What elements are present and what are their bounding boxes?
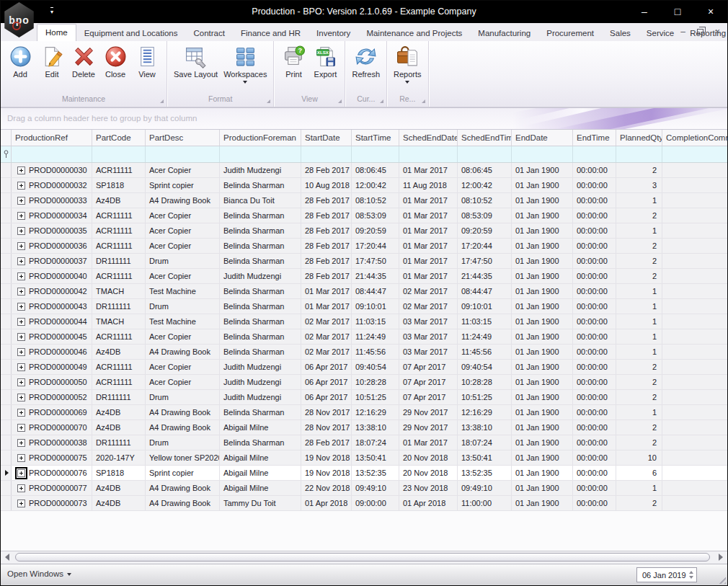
- tab-maintenance-and-projects[interactable]: Maintenance and Projects: [358, 25, 470, 41]
- scrollbar-thumb[interactable]: [15, 553, 710, 561]
- date-editor[interactable]: 06 Jan 2019: [636, 567, 697, 582]
- column-header-enddate[interactable]: EndDate: [512, 130, 573, 146]
- group-dialog-launcher-icon[interactable]: [338, 99, 342, 103]
- tab-equipment-and-locations[interactable]: Equipment and Locations: [76, 25, 186, 41]
- table-row-PROD00000069[interactable]: PROD00000069Az4DBA4 Drawing BookBelinda …: [1, 405, 727, 420]
- tab-contract[interactable]: Contract: [185, 25, 232, 41]
- expand-row-button[interactable]: [17, 394, 25, 401]
- expand-row-button[interactable]: [17, 348, 25, 356]
- mdi-close-button[interactable]: ×: [715, 27, 720, 36]
- close-button[interactable]: ×: [694, 1, 727, 23]
- mdi-minimize-button[interactable]: –: [680, 27, 685, 36]
- mdi-restore-button[interactable]: [697, 29, 703, 35]
- table-row-PROD00000075[interactable]: PROD000000752020-147YYellow toner SP2020…: [1, 450, 727, 466]
- expand-row-button[interactable]: [17, 318, 25, 326]
- ribbon-button-export[interactable]: XLSXExport: [309, 43, 341, 79]
- expand-row-button[interactable]: [17, 288, 25, 296]
- filter-cell-productionref[interactable]: [12, 146, 92, 162]
- column-header-schedendtime[interactable]: SchedEndTime: [458, 130, 512, 146]
- expand-row-button[interactable]: [17, 303, 25, 311]
- filter-cell-schedendtime[interactable]: [458, 146, 512, 162]
- group-dialog-launcher-icon[interactable]: [380, 99, 383, 103]
- ribbon-button-reports[interactable]: Reports: [391, 43, 425, 84]
- column-header-productionforeman[interactable]: ProductionForeman: [220, 130, 301, 146]
- filter-cell-partdesc[interactable]: [146, 146, 220, 162]
- ribbon-button-view[interactable]: View: [131, 43, 163, 79]
- column-header-startdate[interactable]: StartDate: [301, 130, 352, 146]
- column-header-endtime[interactable]: EndTime: [573, 130, 616, 146]
- expand-row-button[interactable]: [17, 333, 25, 341]
- table-row-PROD00000030[interactable]: PROD00000030ACR11111Acer CopierJudith Mu…: [1, 163, 727, 178]
- group-dialog-launcher-icon[interactable]: [267, 99, 270, 103]
- expand-row-button[interactable]: [17, 500, 25, 507]
- ribbon-button-refresh[interactable]: Refresh: [349, 43, 383, 79]
- column-header-partdesc[interactable]: PartDesc: [146, 130, 220, 146]
- expand-row-button[interactable]: [17, 242, 25, 250]
- table-row-PROD00000034[interactable]: PROD00000034ACR11111Acer CopierBelinda S…: [1, 208, 727, 223]
- expand-row-button[interactable]: [17, 439, 25, 447]
- column-header-plannedqty[interactable]: PlannedQty: [616, 130, 662, 146]
- table-row-PROD00000073[interactable]: PROD00000073Az4DBA4 Drawing BookTammy Du…: [1, 496, 727, 511]
- expand-row-button[interactable]: [17, 409, 25, 417]
- expand-row-button[interactable]: [17, 167, 25, 174]
- expand-row-button[interactable]: [17, 272, 25, 280]
- filter-cell-schedenddate[interactable]: [399, 146, 458, 162]
- column-header-productionref[interactable]: ProductionRef: [12, 130, 92, 146]
- open-windows-dropdown[interactable]: Open Windows: [7, 569, 71, 578]
- expand-row-button[interactable]: [17, 227, 25, 235]
- expand-row-button[interactable]: [17, 424, 25, 432]
- expand-row-button[interactable]: [17, 197, 25, 205]
- filter-cell-plannedqty[interactable]: [616, 146, 662, 162]
- table-row-PROD00000040[interactable]: PROD00000040ACR11111Acer CopierJudith Mu…: [1, 269, 727, 284]
- ribbon-button-delete[interactable]: Delete: [68, 43, 99, 79]
- table-row-PROD00000043[interactable]: PROD00000043DR111111DrumBelinda Sharman0…: [1, 299, 727, 314]
- filter-cell-startdate[interactable]: [301, 146, 352, 162]
- spin-down-icon[interactable]: [689, 576, 693, 579]
- table-row-PROD00000077[interactable]: PROD00000077Az4DBA4 Drawing BookAbigail …: [1, 481, 727, 496]
- filter-cell-starttime[interactable]: [352, 146, 399, 162]
- table-row-PROD00000037[interactable]: PROD00000037DR111111DrumBelinda Sharman2…: [1, 254, 727, 269]
- ribbon-button-print[interactable]: ?Print: [278, 43, 309, 79]
- table-row-PROD00000046[interactable]: PROD00000046Az4DBA4 Drawing BookBelinda …: [1, 345, 727, 360]
- table-row-PROD00000049[interactable]: PROD00000049ACR11111Acer CopierJudith Mu…: [1, 360, 727, 375]
- group-dialog-launcher-icon[interactable]: [422, 99, 425, 103]
- expand-row-button[interactable]: [17, 257, 25, 265]
- tab-service[interactable]: Service: [639, 25, 682, 41]
- filter-cell-endtime[interactable]: [573, 146, 616, 162]
- ribbon-button-save-layout[interactable]: Save Layout: [171, 43, 221, 79]
- table-row-PROD00000052[interactable]: PROD00000052DR111111DrumJudith Mudzengi0…: [1, 390, 727, 405]
- maximize-button[interactable]: □: [661, 1, 694, 23]
- tab-procurement[interactable]: Procurement: [538, 25, 602, 41]
- column-header-partcode[interactable]: PartCode: [92, 130, 146, 146]
- expand-row-button[interactable]: [17, 363, 25, 371]
- expand-row-button[interactable]: [17, 378, 25, 386]
- table-row-PROD00000076[interactable]: PROD00000076SP1818Sprint copierAbigail M…: [1, 466, 727, 481]
- table-row-PROD00000044[interactable]: PROD00000044TMACHTest MachineBelinda Sha…: [1, 314, 727, 329]
- filter-cell-partcode[interactable]: [92, 146, 146, 162]
- expand-row-button[interactable]: [17, 182, 25, 190]
- ribbon-button-edit[interactable]: Edit: [36, 43, 68, 79]
- minimize-button[interactable]: –: [628, 1, 661, 23]
- expand-row-button[interactable]: [17, 484, 25, 492]
- filter-cell-completioncomm[interactable]: [662, 146, 727, 162]
- filter-cell-productionforeman[interactable]: [220, 146, 301, 162]
- ribbon-button-close[interactable]: Close: [99, 43, 131, 79]
- ribbon-button-add[interactable]: Add: [4, 43, 36, 79]
- tab-sales[interactable]: Sales: [602, 25, 639, 41]
- scroll-left-icon[interactable]: [5, 554, 9, 561]
- column-header-schedenddate[interactable]: SchedEndDate: [399, 130, 458, 146]
- table-row-PROD00000038[interactable]: PROD00000038DR111111DrumBelinda Sharman2…: [1, 435, 727, 450]
- expand-row-button[interactable]: [17, 469, 25, 477]
- table-row-PROD00000045[interactable]: PROD00000045ACR11111Acer CopierBelinda S…: [1, 329, 727, 345]
- horizontal-scrollbar[interactable]: [1, 551, 727, 564]
- table-row-PROD00000033[interactable]: PROD00000033Az4DBA4 Drawing BookBianca D…: [1, 193, 727, 208]
- scroll-right-icon[interactable]: [719, 554, 723, 561]
- table-row-PROD00000050[interactable]: PROD00000050ACR11111Acer CopierJudith Mu…: [1, 375, 727, 390]
- column-header-completioncomm[interactable]: CompletionComm: [662, 130, 727, 146]
- expand-row-button[interactable]: [17, 454, 25, 462]
- table-row-PROD00000036[interactable]: PROD00000036ACR11111Acer CopierBelinda S…: [1, 239, 727, 254]
- table-row-PROD00000042[interactable]: PROD00000042TMACHTest MachineBelinda Sha…: [1, 284, 727, 299]
- tab-finance-and-hr[interactable]: Finance and HR: [233, 25, 308, 41]
- tab-inventory[interactable]: Inventory: [308, 25, 358, 41]
- spin-up-icon[interactable]: [689, 571, 693, 574]
